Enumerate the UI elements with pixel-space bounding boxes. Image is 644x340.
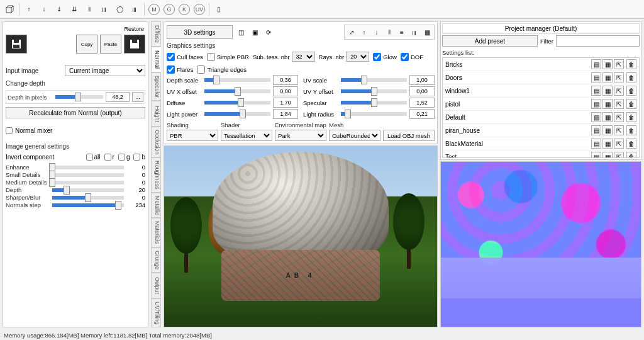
- tab-uv/tiling[interactable]: UV/Tiling: [151, 298, 161, 327]
- export-icon[interactable]: ⇱: [614, 86, 624, 96]
- load-obj-button[interactable]: Load OBJ mesh: [383, 130, 435, 141]
- list-item-name[interactable]: Test: [445, 154, 589, 159]
- input-Light radius[interactable]: [409, 109, 435, 119]
- dof-checkbox[interactable]: [401, 53, 409, 61]
- save-item-icon[interactable]: ▦: [602, 125, 613, 135]
- export-icon[interactable]: ⇱: [614, 152, 624, 158]
- slider-Depth scale[interactable]: [204, 78, 270, 82]
- tool-down3-icon[interactable]: ⇊: [67, 3, 81, 16]
- tab-specular[interactable]: Specular: [151, 72, 161, 101]
- export-icon[interactable]: ⇱: [614, 59, 624, 69]
- slider-Enhance[interactable]: [52, 166, 124, 169]
- 3d-viewport[interactable]: AB 4: [164, 145, 438, 327]
- triangle-edges-checkbox[interactable]: [197, 65, 205, 74]
- depth-pixels-slider[interactable]: [55, 95, 103, 99]
- add-preset-button[interactable]: Add preset: [442, 35, 538, 47]
- slider-Specular[interactable]: [341, 101, 407, 105]
- list-item-name[interactable]: window1: [445, 88, 589, 94]
- input-UV Y offset[interactable]: [409, 86, 435, 96]
- tab-metallic[interactable]: Metallic: [151, 193, 161, 218]
- list-item-name[interactable]: Bricks: [445, 61, 589, 68]
- tool-up-icon[interactable]: ↑: [22, 3, 36, 16]
- apply-icon[interactable]: ▤: [591, 125, 601, 135]
- view3-icon[interactable]: ↓: [371, 26, 382, 38]
- tab-grunge[interactable]: Grunge: [151, 247, 161, 273]
- paste-button[interactable]: Paste: [100, 35, 121, 54]
- invert-g-checkbox[interactable]: [118, 154, 125, 161]
- save2-icon[interactable]: [124, 35, 145, 54]
- tool-cube-icon[interactable]: [3, 3, 16, 16]
- view2-icon[interactable]: ↑: [358, 26, 370, 38]
- delete-icon[interactable]: 🗑: [626, 59, 636, 69]
- save-item-icon[interactable]: ▦: [602, 139, 613, 149]
- export-icon[interactable]: ⇱: [614, 72, 624, 82]
- cube-view-icon[interactable]: ◫: [235, 26, 247, 38]
- input-Diffuse[interactable]: [273, 98, 298, 108]
- delete-icon[interactable]: 🗑: [626, 112, 636, 122]
- normal-map-preview[interactable]: [440, 161, 641, 327]
- slider-UV X offset[interactable]: [204, 89, 270, 93]
- camera-icon[interactable]: ▣: [249, 26, 260, 38]
- slider-UV Y offset[interactable]: [341, 89, 407, 93]
- tool-bars2-icon[interactable]: ⫼: [97, 3, 111, 16]
- export-icon[interactable]: ⇱: [614, 112, 624, 122]
- tool-k-icon[interactable]: K: [177, 3, 191, 16]
- tool-g-icon[interactable]: G: [162, 3, 176, 16]
- slider-Diffuse[interactable]: [204, 101, 270, 105]
- apply-icon[interactable]: ▤: [591, 59, 601, 69]
- apply-icon[interactable]: ▤: [591, 139, 601, 149]
- refresh-icon[interactable]: ⟳: [263, 26, 274, 38]
- slider-Normals step[interactable]: [52, 203, 124, 207]
- save-item-icon[interactable]: ▦: [602, 152, 613, 158]
- save-item-icon[interactable]: ▦: [602, 112, 613, 122]
- slider-Light power[interactable]: [204, 112, 270, 116]
- apply-icon[interactable]: ▤: [591, 72, 601, 82]
- apply-icon[interactable]: ▤: [591, 86, 601, 96]
- depth-pixels-value[interactable]: [106, 92, 130, 102]
- export-icon[interactable]: ⇱: [614, 99, 624, 109]
- rays-nbr-select[interactable]: 20: [346, 52, 369, 62]
- export-icon[interactable]: ⇱: [614, 125, 624, 135]
- delete-icon[interactable]: 🗑: [626, 139, 636, 149]
- invert-all-checkbox[interactable]: [86, 154, 93, 161]
- tool-misc-icon[interactable]: ▯: [212, 3, 226, 16]
- input-UV scale[interactable]: [409, 75, 435, 85]
- view4-icon[interactable]: ⫴: [384, 26, 395, 38]
- tab-height[interactable]: Height: [151, 101, 161, 126]
- list-item-name[interactable]: pistol: [445, 101, 589, 108]
- tab-occlusion[interactable]: Occlusion: [151, 127, 161, 158]
- list-item-name[interactable]: piran_house: [445, 127, 589, 134]
- save-icon[interactable]: [6, 35, 27, 54]
- tool-bars1-icon[interactable]: ⫴: [82, 3, 96, 16]
- simple-pbr-checkbox[interactable]: [207, 53, 215, 61]
- save-item-icon[interactable]: ▦: [602, 59, 613, 69]
- view7-icon[interactable]: ▦: [421, 26, 433, 38]
- delete-icon[interactable]: 🗑: [626, 125, 636, 135]
- save-item-icon[interactable]: ▦: [602, 72, 613, 82]
- apply-icon[interactable]: ▤: [591, 152, 601, 158]
- apply-icon[interactable]: ▤: [591, 112, 601, 122]
- input-image-select[interactable]: Current image: [65, 65, 145, 76]
- input-Depth scale[interactable]: [273, 75, 298, 85]
- tab-materials[interactable]: Materials: [151, 218, 161, 247]
- save-item-icon[interactable]: ▦: [602, 86, 613, 96]
- input-Light power[interactable]: [273, 109, 298, 119]
- flares-checkbox[interactable]: [167, 65, 175, 74]
- normal-mixer-checkbox[interactable]: [6, 127, 13, 134]
- select-shading[interactable]: PBR: [167, 130, 218, 141]
- tool-down2-icon[interactable]: ⇣: [52, 3, 66, 16]
- delete-icon[interactable]: 🗑: [626, 86, 636, 96]
- view1-icon[interactable]: ↗: [346, 26, 357, 38]
- slider-Depth[interactable]: [52, 188, 124, 192]
- 3d-settings-button[interactable]: 3D settings: [167, 25, 233, 39]
- list-item-name[interactable]: Doors: [445, 74, 589, 81]
- save-item-icon[interactable]: ▦: [602, 99, 613, 109]
- copy-button[interactable]: Copy: [76, 35, 97, 54]
- list-item-name[interactable]: BlackMaterial: [445, 140, 589, 147]
- list-item-name[interactable]: Default: [445, 114, 589, 121]
- slider-Medium Details[interactable]: [52, 181, 124, 184]
- export-icon[interactable]: ⇱: [614, 139, 624, 149]
- view5-icon[interactable]: ≡: [396, 26, 408, 38]
- slider-Small Details[interactable]: [52, 173, 124, 177]
- delete-icon[interactable]: 🗑: [626, 72, 636, 82]
